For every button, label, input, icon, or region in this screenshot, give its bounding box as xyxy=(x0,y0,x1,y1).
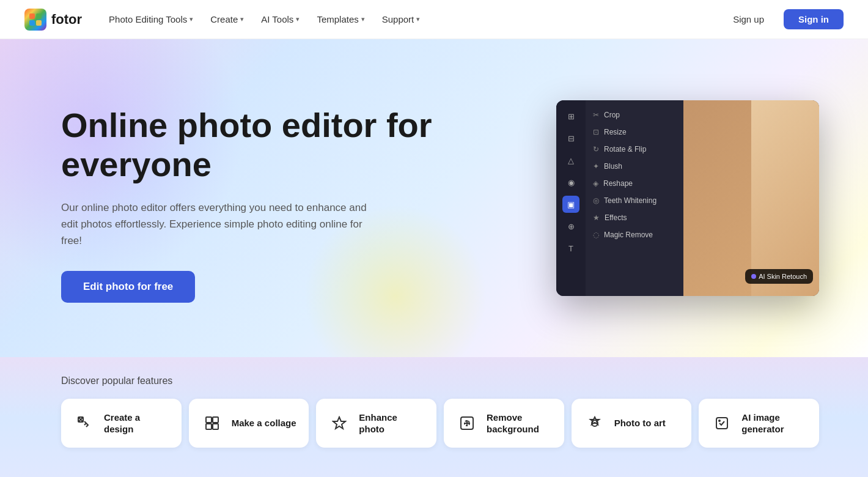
create-design-icon xyxy=(73,412,95,434)
feature-ai-image-generator[interactable]: AI image generator xyxy=(699,399,819,448)
magic-remove-icon: ◌ xyxy=(593,231,599,239)
svg-rect-6 xyxy=(213,417,218,423)
tool-crop[interactable]: ✂ Crop xyxy=(586,106,683,124)
svg-rect-2 xyxy=(29,20,35,26)
navbar-right: Sign up Sign in xyxy=(721,9,844,29)
logo-text: fotor xyxy=(51,12,82,28)
tool-label: Rotate & Flip xyxy=(604,145,646,153)
crop-icon: ✂ xyxy=(593,111,599,119)
nav-links: Photo Editing Tools ▾ Create ▾ AI Tools … xyxy=(101,9,427,29)
features-label: Discover popular features xyxy=(61,375,819,386)
sidebar-people-icon: ⊕ xyxy=(562,218,579,235)
photo-left-half xyxy=(683,100,751,296)
signin-button[interactable]: Sign in xyxy=(784,9,844,29)
tool-label: Magic Remove xyxy=(604,231,653,239)
effects-icon: ★ xyxy=(593,213,600,222)
sidebar-eye-icon: ◉ xyxy=(562,174,579,191)
nav-support[interactable]: Support ▾ xyxy=(375,9,428,29)
sidebar-rect-icon: ▣ xyxy=(562,196,579,213)
editor-tools-panel: ✂ Crop ⊡ Resize ↻ Rotate & Flip ✦ Blush … xyxy=(586,100,683,296)
svg-rect-1 xyxy=(36,13,42,19)
make-collage-icon xyxy=(201,412,223,434)
logo-icon xyxy=(24,9,46,31)
svg-rect-5 xyxy=(206,417,211,423)
tool-magic-remove[interactable]: ◌ Magic Remove xyxy=(586,226,683,243)
ai-skin-retouch-badge: AI Skin Retouch xyxy=(745,269,813,284)
sidebar-grid-icon: ⊞ xyxy=(562,108,579,125)
editor-photo-area: AI Skin Retouch xyxy=(683,100,819,296)
chevron-down-icon: ▾ xyxy=(296,15,300,23)
rotate-icon: ↻ xyxy=(593,145,599,153)
tool-label: Reshape xyxy=(603,179,633,188)
chevron-down-icon: ▾ xyxy=(361,15,365,23)
tool-teeth[interactable]: ◎ Teeth Whitening xyxy=(586,192,683,209)
tool-rotate[interactable]: ↻ Rotate & Flip xyxy=(586,141,683,158)
svg-rect-13 xyxy=(716,418,727,429)
navbar: fotor Photo Editing Tools ▾ Create ▾ AI … xyxy=(0,0,868,39)
teeth-icon: ◎ xyxy=(593,196,599,205)
hero-title: Online photo editor for everyone xyxy=(61,106,478,185)
chevron-down-icon: ▾ xyxy=(416,15,420,23)
hero-subtitle: Our online photo editor offers everythin… xyxy=(61,199,379,250)
tool-label: Blush xyxy=(604,162,622,171)
photo-preview xyxy=(683,100,819,296)
sidebar-sliders-icon: ⊟ xyxy=(562,130,579,147)
hero-section: Online photo editor for everyone Our onl… xyxy=(0,39,868,357)
tool-label: Resize xyxy=(604,128,627,136)
chevron-down-icon: ▾ xyxy=(189,15,193,23)
editor-sidebar: ⊞ ⊟ △ ◉ ▣ ⊕ T xyxy=(556,100,586,296)
chevron-down-icon: ▾ xyxy=(240,15,244,23)
photo-to-art-label: Photo to art xyxy=(614,417,666,429)
sidebar-triangle-icon: △ xyxy=(562,152,579,169)
tool-resize[interactable]: ⊡ Resize xyxy=(586,124,683,141)
svg-rect-3 xyxy=(36,20,42,26)
feature-remove-background[interactable]: Remove background xyxy=(444,399,564,448)
reshape-icon: ◈ xyxy=(593,179,598,188)
tool-blush[interactable]: ✦ Blush xyxy=(586,158,683,175)
feature-create-design[interactable]: Create a design xyxy=(61,399,182,448)
svg-marker-9 xyxy=(333,417,345,429)
fotor-logo-svg xyxy=(29,13,42,26)
create-design-label: Create a design xyxy=(104,412,169,435)
edit-photo-cta-button[interactable]: Edit photo for free xyxy=(61,271,195,303)
feature-enhance-photo[interactable]: Enhance photo xyxy=(316,399,436,448)
feature-make-collage[interactable]: Make a collage xyxy=(189,399,309,448)
nav-photo-editing[interactable]: Photo Editing Tools ▾ xyxy=(101,9,200,29)
hero-image: ⊞ ⊟ △ ◉ ▣ ⊕ T ✂ Crop ⊡ Resize ↻ xyxy=(478,100,819,296)
enhance-photo-label: Enhance photo xyxy=(359,412,424,435)
features-section: Discover popular features Create a desig… xyxy=(0,357,868,477)
ai-image-generator-icon xyxy=(711,412,733,434)
tool-label: Teeth Whitening xyxy=(604,196,657,205)
hero-content: Online photo editor for everyone Our onl… xyxy=(61,106,478,303)
logo[interactable]: fotor xyxy=(24,9,82,31)
make-collage-label: Make a collage xyxy=(232,417,296,429)
tool-reshape[interactable]: ◈ Reshape xyxy=(586,175,683,192)
remove-background-icon xyxy=(456,412,478,434)
navbar-left: fotor Photo Editing Tools ▾ Create ▾ AI … xyxy=(24,9,427,31)
ai-dot-icon xyxy=(751,274,756,279)
tool-label: Crop xyxy=(604,111,620,119)
ai-image-generator-label: AI image generator xyxy=(741,412,807,435)
svg-rect-0 xyxy=(29,13,35,19)
svg-point-14 xyxy=(719,420,720,421)
tool-label: Effects xyxy=(605,213,627,222)
nav-ai-tools[interactable]: AI Tools ▾ xyxy=(254,9,307,29)
signup-button[interactable]: Sign up xyxy=(721,9,776,29)
remove-background-label: Remove background xyxy=(487,412,552,435)
blush-icon: ✦ xyxy=(593,162,599,171)
svg-rect-7 xyxy=(206,424,211,429)
features-grid: Create a design Make a collage Enhance p… xyxy=(61,399,819,448)
editor-mockup: ⊞ ⊟ △ ◉ ▣ ⊕ T ✂ Crop ⊡ Resize ↻ xyxy=(556,100,819,296)
feature-photo-to-art[interactable]: Photo to art xyxy=(572,399,692,448)
resize-icon: ⊡ xyxy=(593,128,599,136)
photo-to-art-icon xyxy=(584,412,606,434)
tool-effects[interactable]: ★ Effects xyxy=(586,209,683,226)
nav-templates[interactable]: Templates ▾ xyxy=(309,9,372,29)
nav-create[interactable]: Create ▾ xyxy=(203,9,251,29)
photo-right-half xyxy=(751,100,819,296)
svg-rect-8 xyxy=(213,424,218,429)
enhance-photo-icon xyxy=(328,412,350,434)
sidebar-text-icon: T xyxy=(562,240,579,257)
